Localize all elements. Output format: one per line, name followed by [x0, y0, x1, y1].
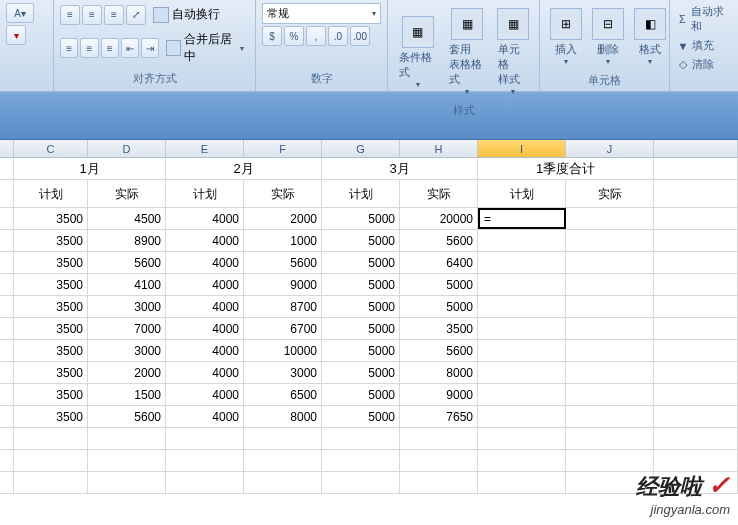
plan-header[interactable]: 计划: [166, 180, 244, 207]
data-cell[interactable]: 8900: [88, 230, 166, 251]
align-center-icon[interactable]: ≡: [80, 38, 98, 58]
data-cell[interactable]: 4100: [88, 274, 166, 295]
conditional-format-btn[interactable]: ▦ 条件格式 ▾: [394, 11, 442, 94]
cell[interactable]: [166, 428, 244, 449]
data-cell[interactable]: 3500: [14, 384, 88, 405]
cell[interactable]: [478, 318, 566, 339]
autosum-btn[interactable]: Σ自动求和: [676, 3, 732, 35]
percent-icon[interactable]: %: [284, 26, 304, 46]
cell[interactable]: [566, 208, 654, 229]
cell[interactable]: [566, 384, 654, 405]
data-cell[interactable]: 2000: [244, 208, 322, 229]
cell[interactable]: [478, 274, 566, 295]
data-cell[interactable]: 1500: [88, 384, 166, 405]
comma-icon[interactable]: ,: [306, 26, 326, 46]
cell[interactable]: [654, 180, 738, 207]
data-cell[interactable]: 5000: [322, 384, 400, 405]
cell[interactable]: [478, 428, 566, 449]
data-cell[interactable]: 4000: [166, 340, 244, 361]
plan-header[interactable]: 计划: [14, 180, 88, 207]
data-cell[interactable]: 10000: [244, 340, 322, 361]
data-cell[interactable]: 5000: [322, 362, 400, 383]
align-left-icon[interactable]: ≡: [60, 38, 78, 58]
q1-header[interactable]: 1季度合计: [478, 158, 654, 179]
data-cell[interactable]: 7000: [88, 318, 166, 339]
cell-styles-btn[interactable]: ▦ 单元格 样式 ▾: [493, 3, 533, 101]
cell[interactable]: [0, 406, 14, 427]
cell[interactable]: [654, 208, 738, 229]
data-cell[interactable]: 4000: [166, 406, 244, 427]
actual-header[interactable]: 实际: [244, 180, 322, 207]
data-cell[interactable]: 5000: [322, 208, 400, 229]
cell[interactable]: [14, 450, 88, 471]
data-cell[interactable]: 6700: [244, 318, 322, 339]
data-cell[interactable]: 5000: [322, 406, 400, 427]
col-header-e[interactable]: E: [166, 140, 244, 157]
data-cell[interactable]: 5600: [400, 340, 478, 361]
cell[interactable]: [654, 362, 738, 383]
cell[interactable]: [654, 428, 738, 449]
cell[interactable]: [478, 230, 566, 251]
orientation-icon[interactable]: ⤢: [126, 5, 146, 25]
cell[interactable]: [0, 180, 14, 207]
data-cell[interactable]: 3500: [14, 406, 88, 427]
cell[interactable]: [88, 450, 166, 471]
delete-btn[interactable]: ⊟ 删除 ▾: [588, 3, 628, 71]
data-cell[interactable]: 9000: [400, 384, 478, 405]
cell[interactable]: [566, 340, 654, 361]
cell[interactable]: [566, 252, 654, 273]
cell[interactable]: [654, 230, 738, 251]
month3-header[interactable]: 3月: [322, 158, 478, 179]
data-cell[interactable]: 4000: [166, 274, 244, 295]
data-cell[interactable]: 5000: [322, 274, 400, 295]
col-header-i[interactable]: I: [478, 140, 566, 157]
data-cell[interactable]: 3500: [14, 230, 88, 251]
number-format-select[interactable]: 常规▾: [262, 3, 381, 24]
data-cell[interactable]: 5000: [322, 230, 400, 251]
merge-center-btn[interactable]: 合并后居中 ▾: [161, 28, 249, 68]
data-cell[interactable]: 1000: [244, 230, 322, 251]
cell[interactable]: [654, 406, 738, 427]
actual-header[interactable]: 实际: [400, 180, 478, 207]
data-cell[interactable]: 8000: [400, 362, 478, 383]
cell[interactable]: [566, 406, 654, 427]
data-cell[interactable]: 7650: [400, 406, 478, 427]
cell[interactable]: [166, 450, 244, 471]
cell[interactable]: [0, 208, 14, 229]
cell[interactable]: [0, 158, 14, 179]
plan-header[interactable]: 计划: [478, 180, 566, 207]
cell[interactable]: [654, 274, 738, 295]
align-top-icon[interactable]: ≡: [60, 5, 80, 25]
cell[interactable]: [566, 450, 654, 471]
cell[interactable]: [478, 406, 566, 427]
data-cell[interactable]: 5000: [400, 274, 478, 295]
font-color-btn[interactable]: ▾: [6, 25, 26, 45]
plan-header[interactable]: 计划: [322, 180, 400, 207]
actual-header[interactable]: 实际: [88, 180, 166, 207]
cell[interactable]: [322, 450, 400, 471]
format-btn[interactable]: ◧ 格式 ▾: [630, 3, 670, 71]
cell[interactable]: [0, 384, 14, 405]
cell[interactable]: [654, 252, 738, 273]
data-cell[interactable]: 3500: [14, 318, 88, 339]
data-cell[interactable]: 3000: [244, 362, 322, 383]
cell[interactable]: [88, 428, 166, 449]
data-cell[interactable]: 5600: [244, 252, 322, 273]
cell[interactable]: [654, 158, 738, 179]
cell[interactable]: [478, 384, 566, 405]
cell[interactable]: [566, 472, 654, 493]
cell[interactable]: [400, 450, 478, 471]
col-header-g[interactable]: G: [322, 140, 400, 157]
cell[interactable]: [654, 340, 738, 361]
cell[interactable]: [400, 472, 478, 493]
col-header-f[interactable]: F: [244, 140, 322, 157]
data-cell[interactable]: 3500: [14, 296, 88, 317]
cell[interactable]: [654, 318, 738, 339]
data-cell[interactable]: 5000: [400, 296, 478, 317]
data-cell[interactable]: 5600: [88, 252, 166, 273]
cell[interactable]: [654, 384, 738, 405]
editing-cell[interactable]: =: [478, 208, 566, 229]
data-cell[interactable]: 4000: [166, 384, 244, 405]
data-cell[interactable]: 5000: [322, 340, 400, 361]
cell[interactable]: [566, 274, 654, 295]
